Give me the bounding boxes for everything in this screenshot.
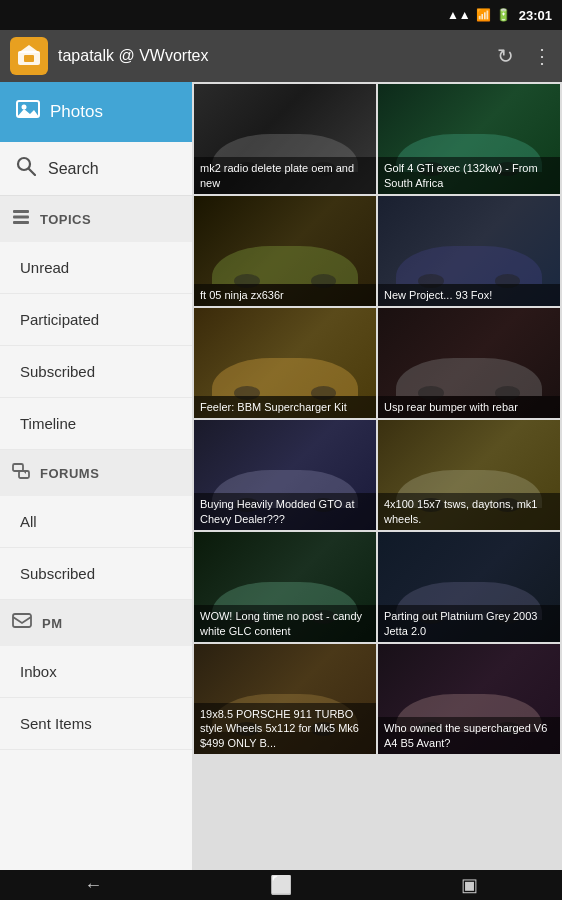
svg-line-7 (29, 169, 35, 175)
sidebar-inbox-label: Inbox (20, 663, 57, 680)
svg-rect-10 (13, 221, 29, 224)
forums-label: FORUMS (40, 466, 99, 481)
status-icons: ▲▲ 📶 🔋 (447, 8, 511, 22)
sidebar-item-subscribed-topics[interactable]: Subscribed (0, 346, 192, 398)
main-container: Photos Search TOPICS (0, 82, 562, 870)
sidebar-item-unread[interactable]: Unread (0, 242, 192, 294)
topics-icon (12, 208, 30, 231)
app-logo (10, 37, 48, 75)
sidebar: Photos Search TOPICS (0, 82, 192, 870)
sidebar-item-search[interactable]: Search (0, 142, 192, 196)
status-bar: ▲▲ 📶 🔋 23:01 (0, 0, 562, 30)
title-bar-actions: ↻ ⋮ (497, 44, 552, 68)
menu-button[interactable]: ⋮ (532, 44, 552, 68)
refresh-button[interactable]: ↻ (497, 44, 514, 68)
photo-caption: 19x8.5 PORSCHE 911 TURBO style Wheels 5x… (194, 703, 376, 754)
sidebar-item-inbox[interactable]: Inbox (0, 646, 192, 698)
sidebar-item-sent[interactable]: Sent Items (0, 698, 192, 750)
forums-section-header: FORUMS (0, 450, 192, 496)
photo-tile[interactable]: Feeler: BBM Supercharger Kit (194, 308, 376, 418)
topics-section-header: TOPICS (0, 196, 192, 242)
photo-tile[interactable]: 4x100 15x7 tsws, daytons, mk1 wheels. (378, 420, 560, 530)
photo-caption: mk2 radio delete plate oem and new (194, 157, 376, 194)
photo-tile[interactable]: Golf 4 GTi exec (132kw) - From South Afr… (378, 84, 560, 194)
svg-rect-2 (24, 55, 34, 62)
home-button[interactable]: ⬜ (270, 874, 292, 896)
photo-tile[interactable]: 19x8.5 PORSCHE 911 TURBO style Wheels 5x… (194, 644, 376, 754)
photo-caption: Usp rear bumper with rebar (378, 396, 560, 418)
photo-tile[interactable]: Buying Heavily Modded GTO at Chevy Deale… (194, 420, 376, 530)
svg-marker-5 (17, 109, 39, 117)
photo-caption: New Project... 93 Fox! (378, 284, 560, 306)
photo-tile[interactable]: New Project... 93 Fox! (378, 196, 560, 306)
svg-point-4 (22, 105, 27, 110)
sidebar-photos-label: Photos (50, 102, 103, 122)
svg-rect-11 (13, 464, 23, 471)
sidebar-item-all[interactable]: All (0, 496, 192, 548)
topics-label: TOPICS (40, 212, 91, 227)
battery-icon: 🔋 (496, 8, 511, 22)
photo-tile[interactable]: Who owned the supercharged V6 A4 B5 Avan… (378, 644, 560, 754)
photo-tile[interactable]: mk2 radio delete plate oem and new (194, 84, 376, 194)
photo-caption: Golf 4 GTi exec (132kw) - From South Afr… (378, 157, 560, 194)
photo-caption: Who owned the supercharged V6 A4 B5 Avan… (378, 717, 560, 754)
recent-button[interactable]: ▣ (461, 874, 478, 896)
photo-tile[interactable]: Parting out Platnium Grey 2003 Jetta 2.0 (378, 532, 560, 642)
svg-rect-9 (13, 215, 29, 218)
sidebar-item-participated[interactable]: Participated (0, 294, 192, 346)
sidebar-timeline-label: Timeline (20, 415, 76, 432)
photo-caption: Parting out Platnium Grey 2003 Jetta 2.0 (378, 605, 560, 642)
photo-caption: WOW! Long time no post - candy white GLC… (194, 605, 376, 642)
sidebar-subscribed-topics-label: Subscribed (20, 363, 95, 380)
photo-tile[interactable]: Usp rear bumper with rebar (378, 308, 560, 418)
sidebar-participated-label: Participated (20, 311, 99, 328)
svg-marker-1 (18, 45, 40, 53)
sidebar-item-subscribed-forums[interactable]: Subscribed (0, 548, 192, 600)
sidebar-item-timeline[interactable]: Timeline (0, 398, 192, 450)
wifi-icon: 📶 (476, 8, 491, 22)
back-button[interactable]: ← (84, 875, 102, 896)
sidebar-all-label: All (20, 513, 37, 530)
photo-caption: Feeler: BBM Supercharger Kit (194, 396, 376, 418)
title-bar: tapatalk @ VWvortex ↻ ⋮ (0, 30, 562, 82)
sidebar-search-label: Search (48, 160, 99, 178)
svg-point-6 (18, 158, 30, 170)
photo-caption: Buying Heavily Modded GTO at Chevy Deale… (194, 493, 376, 530)
pm-section-header: PM (0, 600, 192, 646)
photos-icon (16, 97, 40, 127)
photo-caption: 4x100 15x7 tsws, daytons, mk1 wheels. (378, 493, 560, 530)
forums-icon (12, 462, 30, 485)
sidebar-unread-label: Unread (20, 259, 69, 276)
photo-tile[interactable]: ft 05 ninja zx636r (194, 196, 376, 306)
sidebar-item-photos[interactable]: Photos (0, 82, 192, 142)
svg-rect-13 (13, 614, 31, 627)
photo-caption: ft 05 ninja zx636r (194, 284, 376, 306)
sidebar-sent-label: Sent Items (20, 715, 92, 732)
status-time: 23:01 (519, 8, 552, 23)
sidebar-subscribed-forums-label: Subscribed (20, 565, 95, 582)
pm-label: PM (42, 616, 63, 631)
photo-grid: mk2 radio delete plate oem and newGolf 4… (192, 82, 562, 870)
svg-rect-12 (19, 471, 29, 478)
photo-tile[interactable]: WOW! Long time no post - candy white GLC… (194, 532, 376, 642)
search-icon (16, 156, 36, 181)
pm-icon (12, 611, 32, 636)
signal-icon: ▲▲ (447, 8, 471, 22)
svg-rect-8 (13, 210, 29, 213)
nav-bar: ← ⬜ ▣ (0, 870, 562, 900)
app-title: tapatalk @ VWvortex (58, 47, 487, 65)
